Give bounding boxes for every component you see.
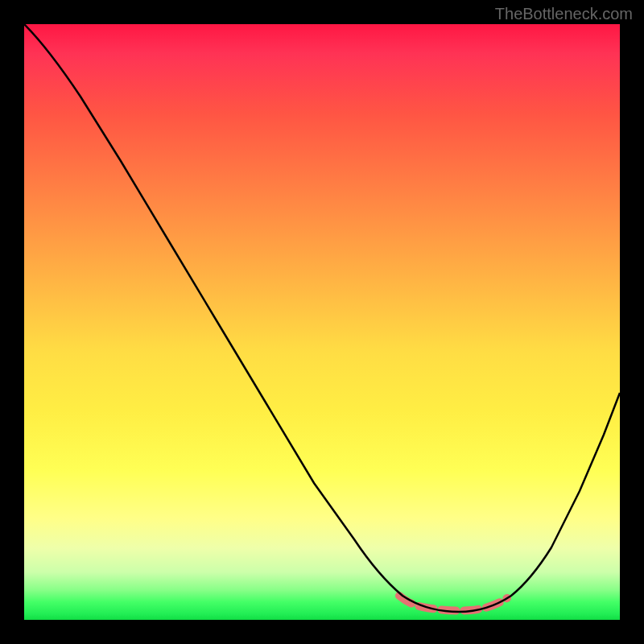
chart-svg [24, 24, 620, 620]
chart-area [24, 24, 620, 620]
bottleneck-curve-line [24, 24, 620, 612]
watermark-text: TheBottleneck.com [495, 5, 633, 23]
